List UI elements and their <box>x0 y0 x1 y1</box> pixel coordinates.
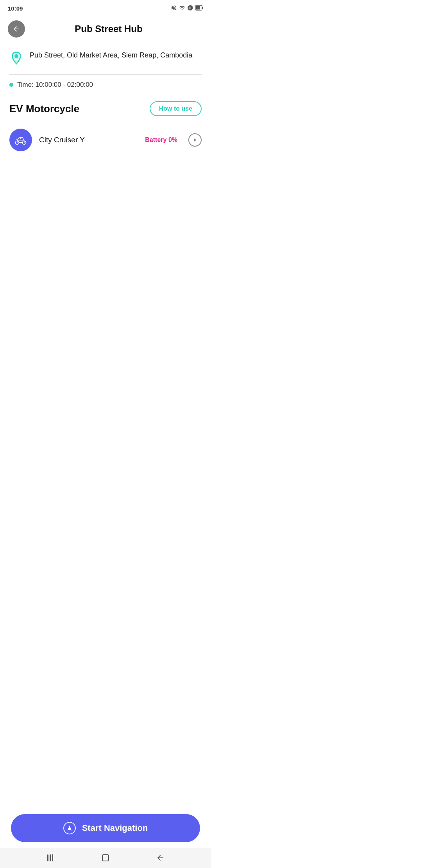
vehicle-icon-circle <box>9 129 32 151</box>
time-section: Time: 10:00:00 - 02:00:00 <box>0 75 211 95</box>
status-time: 10:09 <box>8 5 23 12</box>
location-icon <box>9 51 23 66</box>
status-bar: 10:09 <box>0 0 211 16</box>
mute-icon <box>171 5 177 12</box>
block-icon <box>187 5 193 12</box>
vehicle-battery: Battery 0% <box>145 136 177 143</box>
svg-rect-1 <box>196 6 200 9</box>
back-button[interactable] <box>8 20 25 38</box>
play-button[interactable] <box>188 133 202 147</box>
vehicle-item: City Cruiser Y Battery 0% <box>0 124 211 156</box>
page-title: Pub Street Hub <box>31 23 203 34</box>
svg-rect-2 <box>202 7 203 9</box>
wifi-icon <box>179 5 185 12</box>
svg-rect-6 <box>16 139 18 140</box>
status-icons <box>171 5 203 12</box>
time-text: Time: 10:00:00 - 02:00:00 <box>17 81 93 89</box>
header: Pub Street Hub <box>0 16 211 44</box>
time-dot <box>9 83 13 87</box>
vehicle-name: City Cruiser Y <box>39 136 138 144</box>
location-section: Pub Street, Old Market Area, Siem Reap, … <box>0 44 211 74</box>
ev-title: EV Motorcycle <box>9 103 79 115</box>
how-to-use-button[interactable]: How to use <box>150 101 202 116</box>
ev-section-header: EV Motorcycle How to use <box>0 95 211 124</box>
bottom-spacer <box>0 156 211 219</box>
svg-point-3 <box>15 55 18 58</box>
location-address: Pub Street, Old Market Area, Siem Reap, … <box>30 50 192 60</box>
battery-icon <box>195 5 203 12</box>
